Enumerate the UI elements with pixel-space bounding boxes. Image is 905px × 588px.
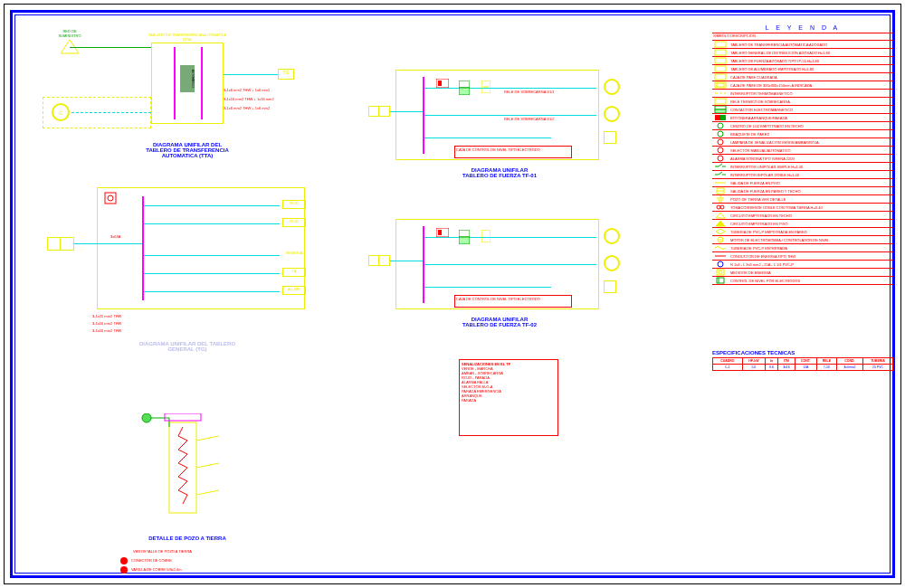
- pozo-item-1: CONECTOR DE COBRE: [131, 558, 172, 563]
- bus-1: [174, 47, 176, 119]
- feed-label-3: RESERVA: [282, 251, 306, 255]
- legend-symbol-icon: [712, 212, 729, 219]
- legend-row: MMOTOR DE ELECTROBOMBA / CONTROLADOR DE …: [712, 236, 893, 244]
- motor-3-icon: [604, 228, 620, 244]
- legend-row: TABLERO DE TRANSFERENCIA AUTOMATICA ADOS…: [712, 41, 893, 49]
- svg-line-17: [196, 490, 219, 495]
- legend-text: MEDIDOR DE ENERGIA: [730, 270, 771, 275]
- legend-text: INTERRUPTOR UNIPOLAR SIMPLE H=1.40: [730, 165, 803, 169]
- feed-3: [144, 255, 280, 256]
- feed-label-1: TF-01: [282, 200, 306, 209]
- legend-text: CENTRO DE LUZ EMPOTRADO EN TECHO: [730, 124, 804, 128]
- legend-symbol-icon: M: [712, 236, 729, 243]
- svg-point-35: [718, 147, 723, 153]
- legend-row: CIRCUITO EMPOTRADO EN PISO: [712, 220, 893, 228]
- svg-rect-26: [717, 83, 724, 87]
- legend-row: MEDIDOR DE ENERGIA: [712, 269, 893, 277]
- svg-rect-52: [717, 278, 724, 283]
- feed-1: [144, 205, 280, 206]
- tf01-c1: [424, 88, 596, 89]
- breaker-icon-1: [436, 79, 449, 88]
- tg-title: DIAGRAMA UNIFILAR DEL TABLERO GENERAL (T…: [115, 341, 260, 352]
- tf01-diagram: RELE DE SOBRECARGA S1/1 RELE DE SOBRECAR…: [368, 70, 631, 205]
- legend-text: TABLERO DE FUERZA ADOSADO TIPO IP-55 H=1…: [730, 59, 819, 63]
- legend-text: CONTROL DE NIVEL POR ELECTRODOS: [730, 279, 800, 283]
- ground-rod-drawing: [133, 413, 242, 531]
- espec-cell: 12A: [795, 365, 816, 371]
- legend-symbol-icon: [712, 65, 729, 72]
- svg-point-51: [719, 270, 722, 274]
- svg-rect-4: [459, 81, 470, 88]
- level-box-icon: [604, 131, 616, 144]
- tf02-control-note: CAJA DE CONTROL DE NIVEL TIPO ELECTRODO: [454, 295, 572, 308]
- legend-symbol-icon: [712, 130, 729, 138]
- svg-point-13: [142, 413, 151, 422]
- legend-row: N 1x4 - L 3x6 mm2 - 25A - 1 1/4 PVC-P: [712, 261, 893, 269]
- switch-selector: AUTOMATICO: [180, 65, 195, 92]
- tf01-title: DIAGRAMA UNIFILAR TABLERO DE FUERZA TF-0…: [432, 167, 567, 178]
- senales-box: SENALIZACIONES EN EL TF VERDE - MARCHAAM…: [459, 359, 558, 436]
- svg-point-33: [718, 131, 723, 137]
- legend-symbol-icon: [712, 147, 729, 154]
- contactor-icon-2: [459, 230, 470, 244]
- feed-2: [144, 223, 280, 224]
- legend-symbol-icon: [712, 106, 729, 113]
- espec-cell: 3x16: [778, 365, 795, 371]
- svg-rect-10: [459, 237, 470, 244]
- legend-row: TABLERO GENERAL DE DISTRIBUCION ADOSADO …: [712, 49, 893, 57]
- svg-rect-28: [715, 106, 726, 109]
- svg-rect-3: [438, 81, 442, 86]
- svg-point-45: [720, 205, 724, 209]
- legend-text: BOTONERA ARRANQUE/PARADA: [730, 116, 787, 120]
- tg-note-1: 3-1x25 mm2 THW: [92, 314, 121, 318]
- legend-symbol-icon: [712, 49, 729, 56]
- legend-row: SELECTOR MANUAL/AUTOMATICO: [712, 147, 893, 155]
- senales-list: VERDE - MARCHAAMBAR - SOBRECARGAROJO - P…: [462, 366, 556, 403]
- svg-point-18: [120, 557, 128, 564]
- tg-input-box: [47, 237, 74, 251]
- level-box-2-icon: [604, 280, 616, 293]
- feed-4: [144, 273, 280, 274]
- legend-symbol-icon: [712, 252, 729, 260]
- legend-symbol-icon: [712, 41, 729, 48]
- legend-text: ALARMA SONORA TIPO SIRENA 220V: [730, 156, 795, 161]
- legend-text: TUBERIA DE PVC-P ENTERRADA: [730, 246, 787, 251]
- legend-symbol-icon: [712, 220, 729, 227]
- espec-header: ITM: [778, 358, 795, 365]
- tg-note-2: 3-1x16 mm2 THW: [92, 321, 121, 326]
- svg-rect-9: [459, 230, 470, 237]
- tta-title: DIAGRAMA UNIFILAR DEL TABLERO DE TRANSFE…: [124, 142, 251, 158]
- tg-bus: [142, 196, 144, 300]
- legend-symbol-icon: [712, 261, 729, 268]
- legend-symbol-icon: [712, 195, 729, 203]
- legend-row: TABLERO DE ALUMBRADO EMPOTRADO H=1.80: [712, 65, 893, 73]
- inner-border: RED DE SUMINISTRO TABLERO DE TRANSFERENC…: [10, 10, 895, 578]
- svg-line-16: [196, 463, 219, 468]
- motor-4-icon: [604, 255, 620, 271]
- legend-row: INTERRUPTOR BIPOLAR DOBLE H=1.40: [712, 171, 893, 179]
- contactor-icon-1: [459, 81, 470, 95]
- espec-header: In: [766, 358, 778, 365]
- legend-symbol-icon: [712, 90, 729, 97]
- legend-symbol-icon: [712, 114, 729, 121]
- espec-panel: ESPECIFICACIONES TECNICAS CUADROHP-kWInI…: [712, 350, 893, 371]
- svg-rect-30: [715, 115, 720, 120]
- legend-text: POZO DE TIERRA VER DETALLE: [730, 197, 786, 202]
- legend-text: TABLERO DE ALUMBRADO EMPOTRADO H=1.80: [730, 67, 814, 71]
- pozo-diagram: DETALLE DE POZO A TIERRA VER DETALLE DE …: [115, 413, 278, 576]
- legend-row: INTERRUPTOR UNIPOLAR SIMPLE H=1.40: [712, 163, 893, 171]
- legend-row: CAJA DE PASE CUADRADA: [712, 73, 893, 81]
- tf01-control-note: CAJA DE CONTROL DE NIVEL TIPO ELECTRODO: [454, 146, 572, 158]
- tf02-title: DIAGRAMA UNIFILAR TABLERO DE FUERZA TF-0…: [432, 317, 567, 327]
- legend-text: SALIDA DE FUERZA EN PISO: [730, 181, 780, 185]
- svg-point-36: [718, 156, 723, 161]
- legend-text: CAJA DE PASE CUADRADA: [730, 75, 777, 80]
- tf02-input: [368, 255, 390, 266]
- supply-triangle-icon: [61, 40, 79, 56]
- pozo-item-2: VARILLA DE COBRE 5/8x2.4m: [131, 567, 182, 572]
- tta-box-label: TABLERO DE TRANSFERENCIA AUTOMATICA (TTA…: [147, 33, 228, 42]
- svg-rect-8: [438, 230, 442, 235]
- legend-row: CIRCUITO EMPOTRADO EN TECHO: [712, 212, 893, 220]
- legend-symbol-icon: [712, 187, 729, 194]
- legend-text: SELECTOR MANUAL/AUTOMATICO: [730, 148, 791, 153]
